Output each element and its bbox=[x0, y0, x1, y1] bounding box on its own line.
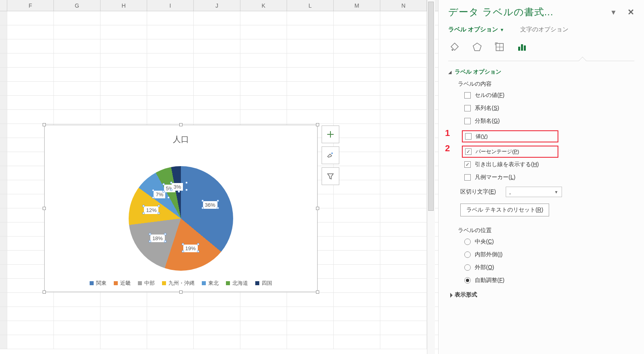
legend-item[interactable]: 九州・沖縄 bbox=[162, 280, 195, 287]
legend-swatch bbox=[138, 281, 142, 285]
callout-2: 2 bbox=[445, 143, 450, 154]
resize-handle[interactable] bbox=[43, 290, 46, 294]
pie-graphic bbox=[129, 166, 233, 271]
legend-label: 中部 bbox=[144, 280, 155, 287]
check-percentage-highlight[interactable]: パーセンテージ(P) bbox=[462, 146, 558, 158]
label-select-handle[interactable] bbox=[182, 250, 184, 253]
spreadsheet-area: F G H I J K L M N // generated after dat… bbox=[0, 0, 442, 354]
label-select-handle[interactable] bbox=[149, 240, 151, 243]
label-select-handle[interactable] bbox=[164, 233, 166, 235]
legend-swatch bbox=[90, 281, 94, 285]
resize-handle[interactable] bbox=[43, 207, 46, 210]
legend-item[interactable]: 北海道 bbox=[226, 280, 248, 287]
label-options-icon[interactable] bbox=[517, 41, 528, 53]
label-select-handle[interactable] bbox=[164, 240, 166, 243]
resize-handle[interactable] bbox=[316, 123, 319, 126]
label-select-handle[interactable] bbox=[162, 190, 165, 193]
col-gutter bbox=[0, 0, 7, 11]
radio-inside-end[interactable]: 内部外側(I) bbox=[464, 251, 634, 258]
legend-swatch bbox=[202, 281, 206, 285]
data-label[interactable]: 19% bbox=[183, 245, 198, 252]
label-select-handle[interactable] bbox=[149, 233, 151, 235]
callout-1: 1 bbox=[445, 128, 450, 138]
check-cell-value[interactable]: セルの値(F) bbox=[464, 92, 634, 99]
label-select-handle[interactable] bbox=[201, 207, 204, 209]
label-select-handle[interactable] bbox=[201, 200, 204, 202]
label-select-handle[interactable] bbox=[217, 200, 219, 202]
check-leader-lines[interactable]: 引き出し線を表示する(H) bbox=[464, 161, 634, 168]
check-legend-marker[interactable]: 凡例マーカー(L) bbox=[464, 174, 634, 181]
fill-line-icon[interactable] bbox=[449, 41, 460, 53]
resize-handle[interactable] bbox=[43, 123, 46, 126]
pane-category-icons bbox=[448, 41, 634, 53]
chart-title[interactable]: 人口 bbox=[45, 134, 317, 145]
check-series-name[interactable]: 系列名(S) bbox=[464, 105, 634, 112]
legend-swatch bbox=[226, 281, 230, 285]
svg-rect-10 bbox=[521, 44, 523, 51]
col-header-N[interactable]: N bbox=[380, 0, 427, 11]
data-label[interactable]: 3% bbox=[172, 183, 183, 191]
label-select-handle[interactable] bbox=[182, 243, 184, 245]
label-select-handle[interactable] bbox=[178, 190, 180, 193]
legend-swatch bbox=[114, 281, 118, 285]
legend-item[interactable]: 中部 bbox=[138, 280, 155, 287]
check-category-name[interactable]: 分類名(G) bbox=[464, 117, 634, 125]
legend-swatch bbox=[255, 281, 259, 285]
legend-item[interactable]: 四国 bbox=[255, 280, 272, 287]
chart-object[interactable]: 人口 36%19%18%12%7%5%3% 関東近畿中部九州・沖縄東北北海道四国 bbox=[44, 125, 318, 292]
svg-marker-3 bbox=[473, 43, 481, 51]
pie-chart[interactable]: 36%19%18%12%7%5%3% bbox=[129, 166, 233, 271]
section-label-options[interactable]: ◢ ラベル オプション bbox=[448, 68, 634, 76]
legend-label: 近畿 bbox=[120, 280, 131, 287]
col-header-G[interactable]: G bbox=[54, 0, 100, 11]
check-value-highlight[interactable]: 値(V) bbox=[462, 130, 558, 142]
col-header-F[interactable]: F bbox=[7, 0, 54, 11]
legend-label: 四国 bbox=[262, 280, 272, 287]
label-select-handle[interactable] bbox=[197, 250, 199, 253]
vertical-scrollbar[interactable] bbox=[427, 0, 435, 354]
col-header-J[interactable]: J bbox=[194, 0, 240, 11]
svg-rect-11 bbox=[524, 45, 526, 51]
label-select-handle[interactable] bbox=[217, 207, 219, 209]
chart-elements-button[interactable] bbox=[322, 126, 339, 143]
separator-label: 区切り文字(E) bbox=[460, 188, 496, 196]
reset-label-text-button[interactable]: ラベル テキストのリセット(R) bbox=[460, 204, 549, 216]
col-header-M[interactable]: M bbox=[334, 0, 380, 11]
subhead-label-position: ラベルの位置 bbox=[458, 227, 634, 234]
chart-filters-button[interactable] bbox=[322, 167, 339, 185]
chart-legend[interactable]: 関東近畿中部九州・沖縄東北北海道四国 bbox=[45, 280, 317, 287]
tab-text-options[interactable]: 文字のオプション bbox=[520, 26, 568, 33]
label-select-handle[interactable] bbox=[162, 183, 165, 185]
resize-handle[interactable] bbox=[179, 123, 183, 126]
scrollbar-thumb[interactable] bbox=[428, 2, 434, 211]
resize-handle[interactable] bbox=[179, 290, 183, 294]
effects-icon[interactable] bbox=[472, 41, 483, 53]
col-header-I[interactable]: I bbox=[147, 0, 194, 11]
legend-label: 九州・沖縄 bbox=[168, 280, 195, 287]
chart-styles-button[interactable] bbox=[322, 146, 339, 164]
pane-menu-button[interactable]: ▾ bbox=[611, 7, 615, 17]
col-header-L[interactable]: L bbox=[287, 0, 334, 11]
label-select-handle[interactable] bbox=[197, 243, 199, 245]
data-label[interactable]: 18% bbox=[150, 235, 165, 242]
subhead-label-content: ラベルの内容 bbox=[458, 80, 634, 88]
separator-select[interactable]: ,▼ bbox=[506, 187, 562, 197]
section-number-format[interactable]: ◢ 表示形式 bbox=[448, 291, 634, 298]
radio-outside-end[interactable]: 外部(O) bbox=[464, 264, 634, 271]
col-header-H[interactable]: H bbox=[100, 0, 147, 11]
radio-best-fit[interactable]: 自動調整(F) bbox=[464, 277, 634, 284]
data-label[interactable]: 12% bbox=[144, 206, 158, 214]
legend-item[interactable]: 近畿 bbox=[114, 280, 131, 287]
legend-item[interactable]: 関東 bbox=[90, 280, 107, 287]
resize-handle[interactable] bbox=[316, 207, 319, 210]
chart-side-buttons bbox=[322, 126, 339, 185]
tab-label-options[interactable]: ラベル オプション▼ bbox=[448, 26, 504, 33]
col-header-K[interactable]: K bbox=[240, 0, 287, 11]
radio-center[interactable]: 中央(C) bbox=[464, 238, 634, 245]
pane-close-button[interactable]: ✕ bbox=[628, 7, 634, 17]
resize-handle[interactable] bbox=[316, 290, 319, 294]
size-properties-icon[interactable] bbox=[494, 41, 505, 53]
legend-item[interactable]: 東北 bbox=[202, 280, 219, 287]
svg-point-2 bbox=[331, 152, 333, 154]
data-label[interactable]: 36% bbox=[203, 201, 217, 209]
